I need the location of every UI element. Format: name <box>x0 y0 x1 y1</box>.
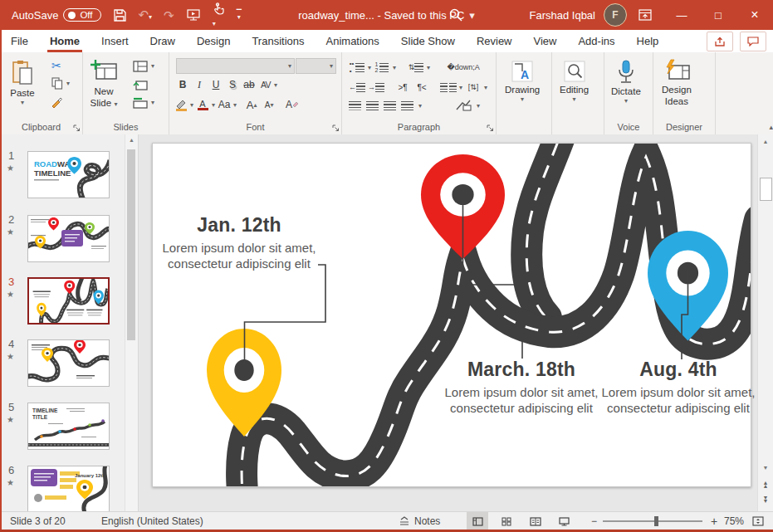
numbering-button[interactable]: 12 <box>374 60 390 75</box>
touch-mode-button[interactable]: ▾ <box>213 2 225 28</box>
align-center-button[interactable] <box>366 101 379 110</box>
font-dialog-launcher-icon[interactable] <box>332 124 340 132</box>
strikethrough-button[interactable]: ab <box>241 77 257 92</box>
tab-review[interactable]: Review <box>466 30 523 52</box>
highlight-pen-icon[interactable] <box>174 98 189 111</box>
minimize-button[interactable]: — <box>663 0 700 30</box>
reset-slide-icon[interactable] <box>133 79 148 91</box>
customize-qat-button[interactable]: ▔▾ <box>237 11 242 19</box>
tab-add-ins[interactable]: Add-ins <box>567 30 625 52</box>
decrease-font-size-button[interactable]: A▾ <box>261 97 277 112</box>
zoom-in-button[interactable]: + <box>711 512 717 530</box>
normal-view-button[interactable] <box>467 512 488 530</box>
fit-to-window-button[interactable] <box>752 512 764 530</box>
font-name-combobox[interactable]: ▾ <box>176 58 295 74</box>
paragraph-dialog-launcher-icon[interactable] <box>487 124 494 132</box>
zoom-level-label[interactable]: 75% <box>724 512 744 530</box>
tab-slide-show[interactable]: Slide Show <box>390 30 466 52</box>
search-icon[interactable] <box>448 7 463 22</box>
scroll-up-icon[interactable]: ▲ <box>125 137 138 143</box>
scroll-down-icon[interactable]: ▼ <box>758 465 773 471</box>
collapse-ribbon-button[interactable]: ▴ <box>769 123 773 131</box>
slide-thumbnail[interactable]: TIMELINE TITLE <box>27 403 110 450</box>
maximize-button[interactable]: □ <box>700 0 736 30</box>
thumbnail-item-5[interactable]: 5 ★ TIMELINE TITLE <box>0 401 125 456</box>
tab-view[interactable]: View <box>523 30 568 52</box>
justify-button[interactable] <box>401 101 413 110</box>
autosave-pill[interactable]: Off <box>63 8 100 22</box>
ribbon-display-options-button[interactable] <box>627 0 663 30</box>
tab-draw[interactable]: Draw <box>139 30 186 52</box>
slide-count-label[interactable]: Slide 3 of 20 <box>10 512 66 530</box>
slide-thumbnail[interactable]: ROADWAY TIMELINE <box>27 151 110 198</box>
tab-transitions[interactable]: Transitions <box>241 30 315 52</box>
reading-view-button[interactable] <box>525 512 546 530</box>
clear-formatting-button[interactable]: A <box>284 97 301 112</box>
slideshow-view-button[interactable] <box>553 512 575 530</box>
slide-thumbnail[interactable] <box>27 339 110 387</box>
redo-icon[interactable]: ↷ <box>164 9 174 22</box>
zoom-out-button[interactable]: − <box>591 512 597 530</box>
marker-jan[interactable]: Jan. 12th Lorem ipsum dolor sit amet, co… <box>160 213 318 271</box>
underline-button[interactable]: U <box>208 77 224 92</box>
bullets-button[interactable]: ••• <box>349 60 365 75</box>
format-painter-icon[interactable] <box>50 95 64 110</box>
editor-scrollbar-thumb[interactable] <box>760 178 772 201</box>
align-right-button[interactable] <box>384 101 396 110</box>
bold-button[interactable]: B <box>174 77 191 92</box>
tab-home[interactable]: Home <box>39 30 91 52</box>
tab-animations[interactable]: Animations <box>316 30 390 52</box>
rtl-button[interactable]: ¶< <box>413 80 430 95</box>
language-label[interactable]: English (United States) <box>101 512 203 530</box>
columns-button[interactable] <box>440 80 457 95</box>
drawing-button[interactable]: A Drawing ▾ <box>505 59 540 104</box>
text-shadow-button[interactable]: S <box>224 77 241 92</box>
new-slide-button[interactable]: New Slide ▾ <box>90 59 118 110</box>
marker-aug[interactable]: Aug. 4th Lorem ipsum dolor sit amet, con… <box>599 358 757 416</box>
comments-button[interactable] <box>740 32 766 51</box>
previous-slide-button[interactable]: ▲▲ <box>758 481 773 488</box>
tab-insert[interactable]: Insert <box>91 30 139 52</box>
font-color-button[interactable]: A <box>194 97 211 112</box>
dictate-button[interactable]: Dictate ▾ <box>611 59 641 105</box>
marker-march[interactable]: March. 18th Lorem ipsum dolor sit amet, … <box>443 358 600 416</box>
paste-button[interactable]: Paste ▾ <box>10 59 35 107</box>
text-direction-button[interactable]: �down;A <box>455 60 472 75</box>
undo-button[interactable]: ↶▾ <box>139 8 153 22</box>
share-button[interactable] <box>707 32 733 51</box>
font-size-combobox[interactable]: ▾ <box>296 58 336 74</box>
editor-scrollbar[interactable]: ▲ ▼ ▲▲ ▼▼ <box>757 134 773 511</box>
increase-font-size-button[interactable]: A▴ <box>243 97 260 112</box>
thumbnail-item-1[interactable]: 1 ★ ROADWAY TIMELINE <box>0 149 125 204</box>
line-spacing-button[interactable]: ⇅ <box>408 60 424 75</box>
copy-icon[interactable] <box>51 77 63 90</box>
character-spacing-button[interactable]: AV <box>257 77 274 92</box>
align-left-button[interactable] <box>349 101 361 110</box>
slide-thumbnail[interactable] <box>27 277 110 325</box>
tab-file[interactable]: File <box>0 30 39 52</box>
thumbnail-item-4[interactable]: 4 ★ <box>0 338 125 393</box>
next-slide-button[interactable]: ▼▼ <box>758 496 773 503</box>
start-slideshow-icon[interactable] <box>186 8 201 22</box>
editing-button[interactable]: Editing ▾ <box>560 59 589 104</box>
thumbnail-scrollbar[interactable]: ▲ <box>125 134 138 511</box>
tab-help[interactable]: Help <box>626 30 670 52</box>
slide-layout-icon[interactable] <box>133 61 148 72</box>
thumbnail-scrollbar-thumb[interactable] <box>127 149 135 340</box>
thumbnail-item-2[interactable]: 2 ★ <box>0 213 125 268</box>
section-icon[interactable] <box>133 97 148 109</box>
user-name[interactable]: Farshad Iqbal <box>530 9 596 22</box>
scroll-up-icon[interactable]: ▲ <box>758 139 773 144</box>
change-case-button[interactable]: Aa <box>216 97 232 112</box>
design-ideas-button[interactable]: DesignIdeas <box>662 59 692 108</box>
ltr-button[interactable]: >¶ <box>394 80 411 95</box>
tab-design[interactable]: Design <box>186 30 241 52</box>
decrease-indent-button[interactable]: ← <box>349 80 365 95</box>
convert-to-smartart-icon[interactable] <box>455 100 472 111</box>
clipboard-dialog-launcher-icon[interactable] <box>73 124 81 132</box>
slide-thumbnail[interactable]: January 12th <box>27 466 110 513</box>
italic-button[interactable]: I <box>191 77 208 92</box>
slide-thumbnail[interactable] <box>27 215 110 262</box>
notes-button[interactable]: Notes <box>399 512 440 530</box>
save-icon[interactable] <box>113 8 127 22</box>
